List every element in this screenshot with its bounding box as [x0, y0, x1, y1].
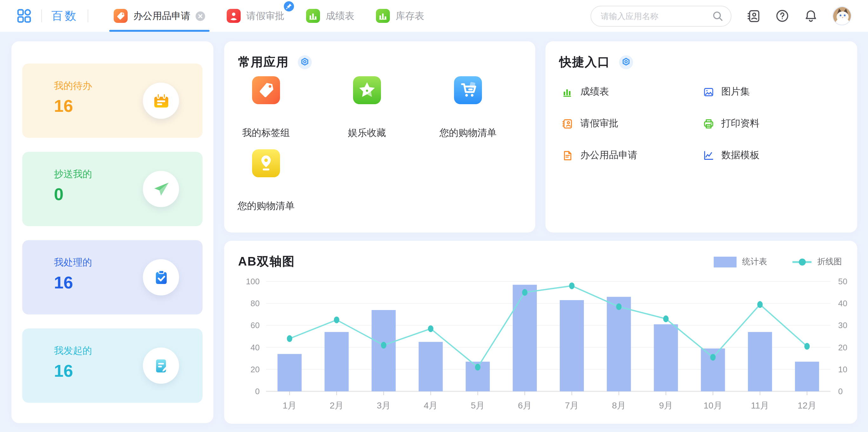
- bar-11月: [748, 332, 772, 391]
- quick-entry-打印资料[interactable]: 打印资料: [703, 118, 760, 129]
- paper-plane-icon: [143, 171, 179, 207]
- legend-item-折线图[interactable]: 折线图: [793, 256, 842, 267]
- right-axis-tick-label: 20: [838, 343, 847, 352]
- dashboard-page: 百数 办公用品申请请假审批成绩表库存表 我的待办16抄送我的0我处理的16我发起…: [0, 0, 868, 432]
- tab-label: 请假审批: [246, 10, 284, 22]
- app-tile-label: 我的标签组: [242, 127, 290, 139]
- close-tab-icon[interactable]: [195, 11, 205, 21]
- line-point-6月: [522, 289, 527, 296]
- stat-card-我的待办[interactable]: 我的待办16: [22, 63, 203, 138]
- stat-value: 16: [54, 96, 73, 116]
- line-point-3月: [381, 342, 386, 348]
- quick-entry-label: 办公用品申请: [580, 149, 638, 161]
- x-axis-label: 9月: [659, 401, 673, 410]
- tab-label: 库存表: [396, 10, 424, 22]
- header-icons: [747, 6, 851, 25]
- left-axis-tick-label: 80: [250, 298, 260, 308]
- help-icon[interactable]: [775, 9, 789, 23]
- bar-2月: [324, 332, 349, 391]
- user-avatar[interactable]: [832, 6, 851, 25]
- line-point-1月: [287, 335, 292, 342]
- chart-title: AB双轴图: [238, 254, 295, 270]
- app-tile-label: 娱乐收藏: [348, 127, 386, 139]
- x-axis-label: 5月: [471, 401, 485, 410]
- line-point-12月: [804, 343, 810, 350]
- cart-tile-icon: [454, 76, 482, 104]
- common-apps-panel: 常用应用 我的标签组娱乐收藏您的购物清单您的购物清单: [224, 41, 535, 232]
- line-point-2月: [334, 317, 339, 323]
- legend-label: 统计表: [742, 256, 767, 267]
- right-axis-tick-label: 40: [838, 298, 847, 308]
- quick-entry-label: 打印资料: [721, 118, 760, 129]
- x-axis-label: 4月: [424, 401, 438, 410]
- person-app-icon: [227, 9, 241, 23]
- left-axis-tick-label: 60: [250, 320, 260, 330]
- settings-gear-icon[interactable]: [298, 55, 312, 69]
- tab-办公用品申请[interactable]: 办公用品申请: [103, 0, 216, 32]
- line-point-10月: [710, 354, 716, 361]
- stat-label: 抄送我的: [54, 168, 92, 180]
- quick-entry-办公用品申请[interactable]: 办公用品申请: [562, 149, 638, 161]
- app-tile-娱乐收藏[interactable]: 娱乐收藏: [316, 76, 418, 139]
- id-card-icon: [562, 118, 574, 129]
- notification-bell-icon[interactable]: [804, 9, 818, 23]
- divider: [88, 9, 88, 22]
- bar-chart-app-icon: [376, 9, 390, 23]
- section-title: 快捷入口: [559, 54, 610, 70]
- bar-1月: [277, 354, 302, 391]
- stat-card-我发起的[interactable]: 我发起的16: [22, 328, 203, 403]
- stat-value: 16: [54, 273, 73, 293]
- search-icon[interactable]: [712, 10, 723, 24]
- contacts-icon[interactable]: [747, 9, 761, 23]
- top-bar: 百数 办公用品申请请假审批成绩表库存表: [0, 0, 868, 32]
- app-tile-label: 您的购物清单: [439, 127, 497, 139]
- tab-请假审批[interactable]: 请假审批: [216, 0, 295, 32]
- stat-value: 0: [54, 185, 63, 205]
- tab-label: 办公用品申请: [133, 10, 190, 22]
- stat-label: 我发起的: [54, 345, 92, 357]
- line-point-7月: [569, 282, 574, 289]
- pinned-badge-icon[interactable]: [284, 1, 294, 11]
- clipboard-check-icon: [143, 259, 179, 295]
- app-tabs: 办公用品申请请假审批成绩表库存表: [103, 0, 435, 32]
- line-series-dot: [799, 258, 806, 265]
- left-axis-tick-label: 40: [250, 343, 260, 352]
- dual-axis-chart-panel: AB双轴图 统计表折线图 002010402060308040100501月2月…: [224, 241, 857, 424]
- bar-4月: [419, 342, 443, 391]
- line-series-swatch: [793, 261, 811, 263]
- quick-entry-数据模板[interactable]: 数据模板: [703, 149, 760, 161]
- tab-成绩表[interactable]: 成绩表: [295, 0, 365, 32]
- bar-6月: [513, 285, 537, 391]
- x-axis-label: 2月: [330, 401, 343, 410]
- quick-entry-label: 图片集: [721, 86, 750, 98]
- app-grid-icon[interactable]: [17, 8, 32, 24]
- app-tile-您的购物清单[interactable]: 您的购物清单: [215, 149, 317, 212]
- right-axis-tick-label: 0: [838, 386, 843, 396]
- brand-logo[interactable]: 百数: [52, 8, 78, 24]
- bar-7月: [560, 300, 584, 391]
- bar-chart-icon: [562, 86, 574, 97]
- app-tile-您的购物清单[interactable]: 您的购物清单: [417, 76, 519, 139]
- quick-entry-请假审批[interactable]: 请假审批: [562, 118, 618, 129]
- line-point-11月: [757, 301, 763, 308]
- chart-plot: 002010402060308040100501月2月3月4月5月6月7月8月9…: [224, 272, 857, 420]
- settings-gear-icon[interactable]: [619, 55, 633, 69]
- tab-库存表[interactable]: 库存表: [365, 0, 435, 32]
- quick-entry-图片集[interactable]: 图片集: [703, 86, 750, 98]
- bar-8月: [607, 297, 631, 391]
- stat-card-抄送我的[interactable]: 抄送我的0: [22, 152, 203, 226]
- image-icon: [703, 86, 714, 97]
- x-axis-label: 11月: [751, 401, 769, 410]
- quick-entry-label: 成绩表: [580, 86, 609, 98]
- stat-card-我处理的[interactable]: 我处理的16: [22, 240, 203, 314]
- app-tile-我的标签组[interactable]: 我的标签组: [215, 76, 317, 139]
- search-input[interactable]: [591, 5, 732, 26]
- x-axis-label: 10月: [704, 401, 722, 410]
- x-axis-label: 8月: [612, 401, 626, 410]
- document-icon: [562, 150, 574, 161]
- quick-entry-成绩表[interactable]: 成绩表: [562, 86, 609, 98]
- app-search: [591, 5, 732, 26]
- legend-item-统计表[interactable]: 统计表: [714, 256, 767, 267]
- x-axis-label: 1月: [283, 401, 297, 410]
- line-series: [289, 286, 807, 367]
